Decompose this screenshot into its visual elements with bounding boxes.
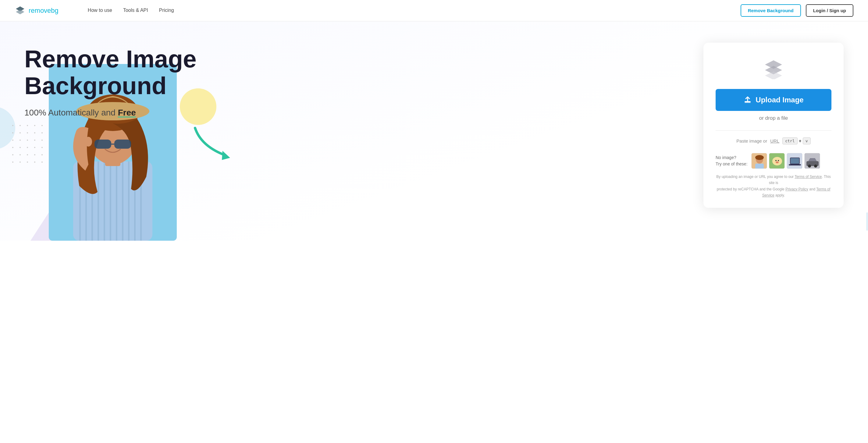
kbd-shortcut: ctrl + v xyxy=(782,137,810,145)
paste-row: Paste image or URL ctrl + v xyxy=(716,130,831,145)
navigation: removebg How to use Tools & API Pricing … xyxy=(0,0,868,21)
privacy-policy-link[interactable]: Privacy Policy xyxy=(785,187,808,191)
upload-layers-icon xyxy=(761,58,786,81)
upload-arrow-icon xyxy=(743,96,752,104)
hero-section: Remove Image Background 100% Automatical… xyxy=(0,21,868,241)
svg-rect-29 xyxy=(745,102,751,103)
sample-thumb-woman[interactable] xyxy=(751,153,767,169)
sample-images-row: No image? Try one of these: xyxy=(716,153,831,169)
logo-text: removebg xyxy=(29,7,59,14)
svg-marker-1 xyxy=(16,9,24,14)
logo-icon xyxy=(14,5,26,16)
hero-title: Remove Image Background xyxy=(24,46,196,99)
svg-point-38 xyxy=(776,161,779,163)
svg-rect-12 xyxy=(128,161,129,241)
remove-background-button[interactable]: Remove Background xyxy=(741,4,801,17)
svg-point-46 xyxy=(814,164,817,167)
svg-point-35 xyxy=(772,157,782,165)
nav-link-how-to-use[interactable]: How to use xyxy=(88,8,112,13)
svg-rect-11 xyxy=(122,161,123,241)
svg-rect-10 xyxy=(116,161,117,241)
svg-rect-21 xyxy=(114,139,131,149)
hero-left: Remove Image Background 100% Automatical… xyxy=(24,40,196,130)
paste-label: Paste image or xyxy=(736,138,767,144)
upload-image-button[interactable]: Upload Image xyxy=(716,89,831,111)
svg-point-37 xyxy=(778,160,779,161)
terms-service-link[interactable]: Terms of Service xyxy=(795,175,822,179)
sample-thumb-dog[interactable] xyxy=(769,153,785,169)
svg-rect-33 xyxy=(755,164,764,169)
kbd-v: v xyxy=(803,137,811,145)
upload-card: Upload Image or drop a file Paste image … xyxy=(704,43,844,208)
terms-text: By uploading an image or URL you agree t… xyxy=(716,174,831,199)
svg-marker-24 xyxy=(222,151,230,160)
nav-link-pricing[interactable]: Pricing xyxy=(159,8,174,13)
svg-point-32 xyxy=(755,155,764,160)
no-image-text: No image? Try one of these: xyxy=(716,155,748,167)
nav-left: removebg How to use Tools & API Pricing xyxy=(14,0,189,21)
arrow-decoration xyxy=(189,122,238,164)
sample-thumb-laptop[interactable] xyxy=(786,153,803,169)
svg-marker-27 xyxy=(765,71,782,79)
svg-rect-42 xyxy=(789,164,801,165)
svg-point-45 xyxy=(808,164,811,167)
nav-links: How to use Tools & API Pricing xyxy=(73,0,189,21)
kbd-plus-separator: + xyxy=(799,138,802,144)
svg-rect-7 xyxy=(97,161,99,241)
sample-thumbs xyxy=(751,153,820,169)
svg-rect-20 xyxy=(94,139,111,149)
kbd-ctrl: ctrl xyxy=(782,137,797,145)
login-signup-button[interactable]: Login / Sign up xyxy=(806,4,854,17)
paste-url-link[interactable]: URL xyxy=(770,138,779,144)
hero-subtitle: 100% Automatically and Free xyxy=(24,108,196,118)
svg-rect-8 xyxy=(104,161,105,241)
svg-rect-9 xyxy=(110,161,111,241)
scroll-hint xyxy=(866,212,868,231)
nav-right: Remove Background Login / Sign up xyxy=(741,4,854,17)
svg-rect-41 xyxy=(790,158,799,164)
hero-right: Upload Image or drop a file Paste image … xyxy=(704,43,844,208)
svg-rect-28 xyxy=(745,101,751,102)
svg-point-36 xyxy=(775,160,777,161)
logo[interactable]: removebg xyxy=(14,5,59,16)
upload-drop-label: or drop a file xyxy=(759,115,788,121)
sample-thumb-car[interactable] xyxy=(804,153,820,169)
nav-link-tools-api[interactable]: Tools & API xyxy=(123,8,148,13)
